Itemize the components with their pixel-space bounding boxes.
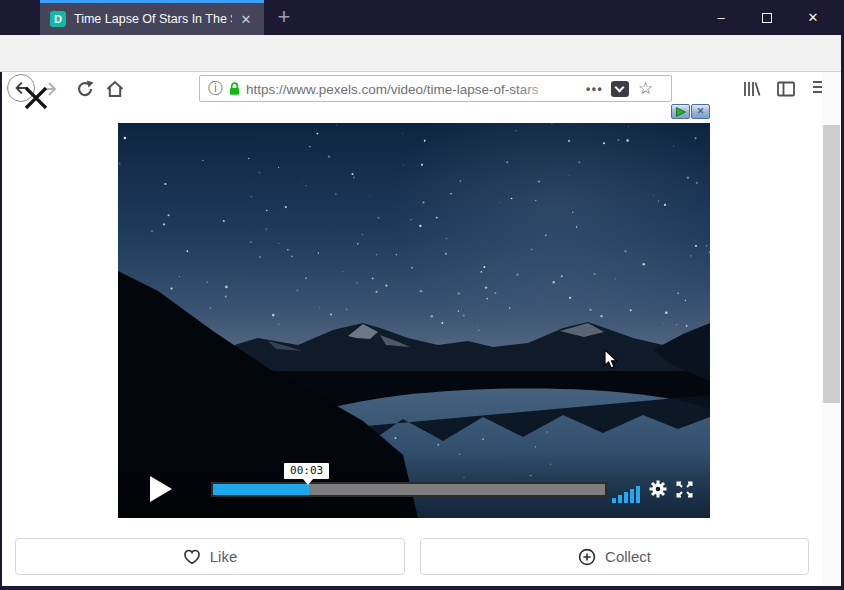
url-display[interactable]: https://www.pexels.com/video/time-lapse-… — [246, 80, 584, 98]
new-tab-button[interactable]: + — [270, 3, 298, 31]
bookmark-star-icon[interactable]: ☆ — [638, 80, 653, 97]
maximize-icon — [762, 13, 772, 23]
scrollbar-thumb[interactable] — [823, 125, 840, 403]
video-volume-icon[interactable] — [612, 486, 640, 503]
heart-icon — [183, 549, 201, 565]
video-time-tooltip: 00:03 — [284, 463, 329, 479]
favicon-pexels: D — [50, 11, 66, 27]
navigation-toolbar: ⓘ https://www.pexels.com/video/time-laps… — [0, 35, 844, 72]
ad-close-button[interactable]: ✕ — [691, 104, 710, 119]
video-time-tooltip-pointer — [303, 479, 313, 485]
browser-window: D Time Lapse Of Stars In The Sky ✕ + – ✕ — [0, 0, 844, 590]
page-scrollbar[interactable] — [822, 72, 841, 586]
tab-title: Time Lapse Of Stars In The Sky — [74, 12, 232, 26]
tab-time-lapse[interactable]: D Time Lapse Of Stars In The Sky ✕ — [40, 0, 264, 35]
video-settings-gear-icon[interactable] — [648, 479, 668, 499]
page-info-icon[interactable]: ⓘ — [208, 79, 223, 98]
ad-play-button[interactable] — [671, 104, 690, 119]
lightbox-close-button[interactable] — [22, 84, 50, 112]
close-window-button[interactable]: ✕ — [790, 0, 836, 35]
https-lock-icon[interactable] — [227, 81, 242, 97]
reload-button[interactable] — [75, 79, 95, 99]
titlebar[interactable]: D Time Lapse Of Stars In The Sky ✕ + – ✕ — [0, 0, 844, 35]
ad-play-icon — [674, 106, 687, 118]
maximize-button[interactable] — [744, 0, 790, 35]
video-play-button[interactable] — [150, 476, 172, 502]
window-border-left — [0, 72, 2, 590]
minimize-button[interactable]: – — [698, 0, 744, 35]
plus-circle-icon — [578, 548, 596, 566]
ad-control-badge: ✕ — [671, 104, 710, 119]
video-player[interactable]: 00:03 — [118, 123, 710, 518]
collect-label: Collect — [605, 548, 651, 565]
video-fullscreen-icon[interactable] — [676, 481, 693, 498]
video-progress-fill — [213, 484, 309, 495]
tab-close-icon[interactable]: ✕ — [236, 12, 256, 27]
mouse-cursor — [604, 349, 619, 370]
like-label: Like — [210, 548, 238, 565]
pocket-chevron-icon — [615, 82, 625, 92]
pocket-icon[interactable] — [611, 81, 629, 97]
video-progress-bar[interactable] — [211, 482, 607, 497]
sidebar-toggle-icon[interactable] — [776, 79, 796, 99]
library-icon[interactable] — [742, 79, 762, 99]
like-button[interactable]: Like — [15, 538, 405, 575]
page-actions-icon[interactable]: ••• — [586, 82, 603, 96]
window-border-bottom — [0, 586, 844, 590]
address-bar[interactable]: ⓘ https://www.pexels.com/video/time-laps… — [199, 75, 672, 102]
home-button[interactable] — [105, 79, 125, 99]
collect-button[interactable]: Collect — [420, 538, 809, 575]
